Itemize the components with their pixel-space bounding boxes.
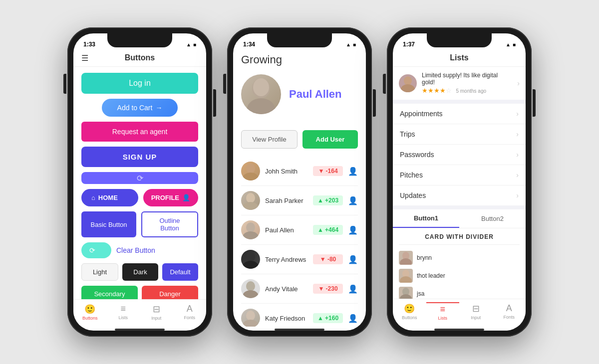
spinner-icon: ⟳: [89, 246, 95, 254]
menu-icon[interactable]: ☰: [81, 53, 88, 63]
view-profile-button[interactable]: View Profile: [241, 130, 298, 149]
request-button[interactable]: Request an agent: [81, 122, 198, 142]
secondary-button[interactable]: Secondary: [81, 286, 138, 299]
tab-button1[interactable]: Button1: [393, 209, 459, 228]
svg-point-3: [246, 164, 255, 174]
growing-content: Paul Allen View Profile Add User Johh Sm…: [233, 70, 366, 327]
nav-lists[interactable]: ≡ Lists: [107, 303, 140, 322]
bottom-nav: 🙂 Buttons ≡ Lists ⊟ Input A Fonts: [73, 299, 206, 327]
user-score: ▼ -164: [313, 166, 343, 176]
user-score: ▼ -80: [313, 254, 343, 264]
phone1-header: ☰ Buttons: [73, 51, 206, 67]
wifi-icon2: ▲: [346, 42, 351, 47]
light-button[interactable]: Light: [81, 263, 118, 281]
bottom-nav3: 🙂 Buttons ≡ Lists ⊟ Input A Fonts: [393, 299, 526, 327]
card-with-divider: CARD WITH DIVIDER brynn thot leader: [393, 228, 526, 299]
nav-input3[interactable]: ⊟ Input: [459, 302, 493, 322]
list-item[interactable]: Updates ›: [393, 185, 526, 205]
profile-button[interactable]: PROFILE 👤: [143, 189, 198, 206]
nav-input-label3: Input: [471, 315, 481, 320]
toggle-clear-row: ⟳ Clear Button: [81, 242, 198, 258]
user-icon: 👤: [348, 167, 358, 176]
basic-button[interactable]: Basic Button: [81, 211, 136, 237]
time3: 1:37: [403, 41, 415, 48]
outline-button[interactable]: Outline Button: [141, 211, 198, 237]
user-icon: 👤: [348, 284, 358, 294]
list-item[interactable]: Trips ›: [393, 124, 526, 145]
dark-button[interactable]: Dark: [122, 263, 158, 281]
review-avatar: [399, 74, 417, 92]
clear-button[interactable]: Clear Button: [116, 246, 155, 254]
list-item[interactable]: Pitches ›: [393, 165, 526, 185]
card-user-avatar: [399, 269, 413, 283]
card-user-row: brynn: [399, 249, 520, 267]
nav-buttons3[interactable]: 🙂 Buttons: [393, 302, 426, 322]
lists-title: Lists: [450, 53, 468, 62]
review-text: Limited supply! Its like digital gold! ★…: [422, 72, 512, 95]
svg-point-8: [243, 231, 259, 239]
user-icon: 👤: [348, 314, 358, 323]
font-icon3: A: [506, 303, 512, 314]
side-button-right3: [533, 89, 536, 117]
danger-button[interactable]: Danger: [142, 286, 198, 299]
user-name: Sarah Parker: [265, 197, 308, 204]
nav-fonts[interactable]: A Fonts: [173, 303, 207, 322]
phone-growing: 1:34 ▲ ■ Growing: [227, 27, 372, 337]
chevron-icon: ›: [516, 110, 519, 118]
chevron-icon: ›: [516, 191, 519, 199]
growing-header: Growing: [233, 51, 366, 70]
nav-buttons[interactable]: 🙂 Buttons: [73, 303, 107, 322]
list-item[interactable]: Passwords ›: [393, 145, 526, 165]
home-label: HOME: [98, 194, 118, 201]
status-icons3: ▲ ■: [506, 42, 516, 47]
svg-point-5: [246, 193, 255, 203]
card-user-row: thot leader: [399, 267, 520, 285]
user-name: Andy Vitale: [265, 285, 308, 293]
svg-point-22: [400, 294, 412, 299]
arrow-icon: →: [155, 104, 162, 112]
profile-label: PROFILE: [151, 194, 179, 201]
chevron-icon: ›: [516, 171, 519, 179]
tabs-section: Button1 Button2 CARD WITH DIVIDER brynn: [393, 209, 526, 299]
tab-button2[interactable]: Button2: [459, 209, 526, 228]
svg-point-20: [400, 276, 412, 283]
signal-icon: ■: [193, 42, 196, 47]
nav-input[interactable]: ⊟ Input: [140, 303, 173, 322]
time: 1:33: [83, 41, 95, 48]
default-button[interactable]: Default: [162, 263, 198, 281]
table-row: Andy Vitale ▼ -230 👤: [241, 274, 358, 304]
wifi-icon: ▲: [186, 42, 191, 47]
pitches-label: Pitches: [400, 171, 516, 179]
side-button-right2: [373, 89, 376, 117]
home-button[interactable]: ⌂ HOME: [81, 189, 138, 206]
signup-button[interactable]: SIGN UP: [81, 147, 198, 167]
page-title: Buttons: [125, 53, 155, 62]
secondary-danger-row: Secondary Danger: [81, 286, 198, 299]
user-name: Katy Friedson: [265, 315, 308, 322]
login-button[interactable]: Log in: [81, 73, 198, 94]
nav-lists3[interactable]: ≡ Lists: [426, 302, 460, 322]
star-icon: ★★★★: [422, 87, 446, 94]
lists-content: Limited supply! Its like digital gold! ★…: [393, 67, 526, 299]
svg-point-15: [404, 76, 412, 85]
emoji-icon: 🙂: [84, 304, 95, 315]
add-user-button[interactable]: Add User: [302, 130, 358, 149]
user-list: Johh Smith ▼ -164 👤 Sarah Parker ▲ +203 …: [241, 157, 358, 327]
table-row: Paul Allen ▲ +464 👤: [241, 215, 358, 245]
addcart-button[interactable]: Add to Cart →: [102, 99, 178, 117]
nav-fonts-label3: Fonts: [503, 315, 515, 320]
list-item[interactable]: Appointments ›: [393, 104, 526, 124]
toggle-button[interactable]: ⟳: [81, 242, 111, 258]
review-time: 5 months ago: [456, 88, 486, 94]
user-score: ▲ +203: [313, 195, 343, 205]
avatar: [241, 279, 260, 298]
appointments-label: Appointments: [400, 110, 516, 118]
avatar: [241, 220, 260, 239]
updates-label: Updates: [400, 191, 516, 199]
input-icon3: ⊟: [472, 303, 480, 314]
chevron-icon: ›: [516, 151, 519, 159]
battery-icon2: ■: [353, 42, 356, 47]
svg-point-16: [401, 84, 415, 92]
loading-button[interactable]: [81, 172, 198, 184]
nav-fonts3[interactable]: A Fonts: [493, 302, 526, 322]
